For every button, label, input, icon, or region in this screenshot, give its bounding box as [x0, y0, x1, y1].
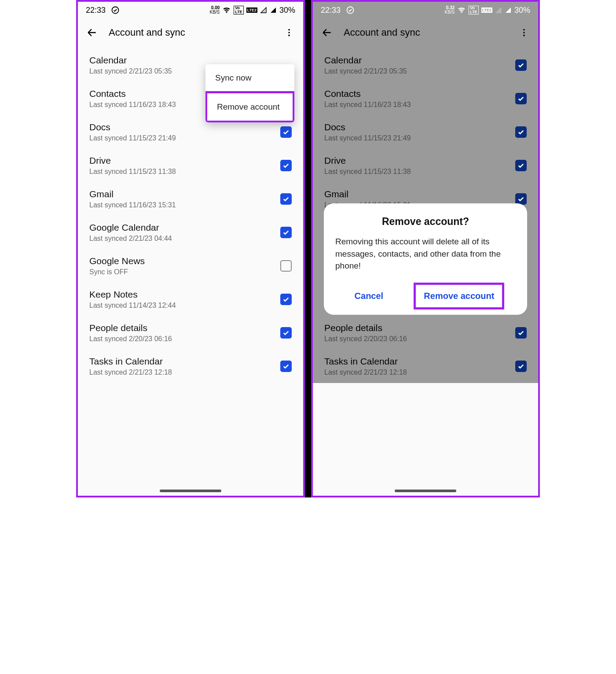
status-bar: 22:33 0.00KB/S VoLTE LTE2 30% — [78, 2, 303, 18]
status-battery: 30% — [514, 6, 530, 15]
remove-account-dialog: Remove account? Removing this account wi… — [324, 203, 527, 315]
checkmark-circle-icon — [346, 6, 355, 15]
sync-item[interactable]: Google NewsSync is OFF — [78, 249, 303, 283]
phone-left: 22:33 0.00KB/S VoLTE LTE2 30% Account an… — [76, 0, 305, 497]
nav-handle[interactable] — [395, 490, 456, 492]
lte-icon: LTE2 — [246, 7, 257, 13]
sync-item[interactable]: People detailsLast synced 2/20/23 06:16 — [78, 316, 303, 350]
status-net: 0.00KB/S — [209, 6, 220, 15]
sync-item[interactable]: CalendarLast synced 2/21/23 05:35 — [313, 48, 538, 82]
dialog-body: Removing this account will delete all of… — [335, 236, 516, 272]
sync-item-title: Docs — [324, 122, 515, 133]
sync-item-title: People details — [324, 323, 515, 333]
status-battery: 30% — [279, 6, 295, 15]
sync-item-subtitle: Last synced 2/21/23 12:18 — [324, 368, 515, 376]
sync-item-title: Gmail — [324, 189, 515, 199]
sync-item[interactable]: People detailsLast synced 2/20/23 06:16 — [313, 316, 538, 350]
sync-item[interactable]: ContactsLast synced 11/16/23 18:43 — [313, 82, 538, 115]
sync-item[interactable]: Tasks in CalendarLast synced 2/21/23 12:… — [78, 350, 303, 383]
sync-checkbox[interactable] — [280, 227, 292, 238]
nav-handle[interactable] — [160, 490, 221, 492]
sync-item-subtitle: Last synced 2/21/23 12:18 — [89, 368, 280, 376]
overflow-popup: Sync now Remove account — [205, 64, 294, 122]
sync-item-subtitle: Sync is OFF — [89, 268, 280, 276]
svg-point-5 — [523, 29, 525, 31]
dialog-cancel-button[interactable]: Cancel — [347, 285, 392, 307]
sync-item-title: Contacts — [324, 88, 515, 99]
sync-checkbox[interactable] — [280, 193, 292, 205]
signal-icon — [260, 7, 267, 14]
sync-item-title: Google News — [89, 256, 280, 266]
sync-item-title: Keep Notes — [89, 289, 280, 300]
lte-icon: LTE2 — [481, 7, 492, 13]
volte-icon: VoLTE — [234, 6, 243, 15]
sync-item-subtitle: Last synced 11/14/23 12:44 — [89, 302, 280, 309]
sync-checkbox[interactable] — [515, 93, 527, 104]
sync-checkbox[interactable] — [515, 126, 527, 138]
sync-checkbox[interactable] — [280, 160, 292, 171]
sync-item-subtitle: Last synced 11/15/23 11:38 — [324, 168, 515, 176]
sync-item-subtitle: Last synced 11/15/23 11:38 — [89, 168, 280, 176]
sync-checkbox[interactable] — [280, 294, 292, 305]
sync-item-subtitle: Last synced 2/21/23 04:44 — [89, 235, 280, 243]
sync-checkbox[interactable] — [280, 260, 292, 272]
svg-point-6 — [523, 32, 525, 33]
phone-right: 22:33 0.32KB/S VoLTE LTE2 30% Account an… — [311, 0, 540, 497]
sync-checkbox[interactable] — [515, 327, 527, 339]
status-time: 22:33 — [86, 6, 106, 15]
sync-item-subtitle: Last synced 2/21/23 05:35 — [324, 67, 515, 75]
menu-remove-account[interactable]: Remove account — [205, 91, 294, 122]
app-bar: Account and sync — [313, 18, 538, 47]
sync-item-title: Drive — [324, 155, 515, 166]
volte-icon: VoLTE — [469, 6, 478, 15]
menu-sync-now[interactable]: Sync now — [205, 64, 294, 92]
sync-item-title: Docs — [89, 122, 280, 133]
sync-item[interactable]: Tasks in CalendarLast synced 2/21/23 12:… — [313, 350, 538, 383]
sync-item[interactable]: DriveLast synced 11/15/23 11:38 — [78, 149, 303, 182]
signal-icon — [505, 7, 512, 14]
overflow-menu-button[interactable] — [517, 28, 531, 37]
page-title: Account and sync — [109, 27, 272, 38]
sync-item-subtitle: Last synced 11/16/23 15:31 — [89, 201, 280, 209]
status-bar: 22:33 0.32KB/S VoLTE LTE2 30% — [313, 2, 538, 18]
sync-item-subtitle: Last synced 2/20/23 06:16 — [324, 335, 515, 343]
sync-item-title: People details — [89, 323, 280, 333]
sync-item-title: Tasks in Calendar — [89, 356, 280, 367]
status-net: 0.32KB/S — [444, 6, 455, 15]
sync-item-subtitle: Last synced 11/16/23 18:43 — [324, 101, 515, 109]
app-bar: Account and sync — [78, 18, 303, 47]
sync-item-title: Tasks in Calendar — [324, 356, 515, 367]
signal-icon — [270, 7, 277, 14]
sync-item-subtitle: Last synced 11/15/23 21:49 — [89, 134, 280, 142]
signal-icon — [495, 7, 502, 14]
back-button[interactable] — [320, 27, 334, 38]
sync-checkbox[interactable] — [515, 160, 527, 171]
svg-point-7 — [523, 35, 525, 37]
sync-item-subtitle: Last synced 11/15/23 21:49 — [324, 134, 515, 142]
wifi-icon — [457, 6, 466, 15]
checkmark-circle-icon — [111, 6, 120, 15]
back-button[interactable] — [85, 27, 99, 38]
sync-item[interactable]: Keep NotesLast synced 11/14/23 12:44 — [78, 283, 303, 316]
overflow-menu-button[interactable] — [282, 28, 296, 37]
sync-checkbox[interactable] — [280, 126, 292, 138]
sync-item-title: Drive — [89, 155, 280, 166]
sync-checkbox[interactable] — [280, 327, 292, 339]
dialog-confirm-button[interactable]: Remove account — [414, 283, 504, 309]
sync-checkbox[interactable] — [515, 59, 527, 71]
status-time: 22:33 — [321, 6, 341, 15]
svg-point-1 — [288, 29, 290, 31]
sync-item[interactable]: DriveLast synced 11/15/23 11:38 — [313, 149, 538, 182]
sync-item[interactable]: DocsLast synced 11/15/23 21:49 — [313, 115, 538, 149]
sync-item-subtitle: Last synced 2/20/23 06:16 — [89, 335, 280, 343]
sync-item[interactable]: GmailLast synced 11/16/23 15:31 — [78, 182, 303, 216]
page-title: Account and sync — [344, 27, 507, 38]
dialog-title: Remove account? — [335, 216, 516, 228]
svg-point-2 — [288, 32, 290, 33]
sync-checkbox[interactable] — [280, 361, 292, 372]
sync-item-title: Calendar — [324, 55, 515, 66]
sync-item[interactable]: Google CalendarLast synced 2/21/23 04:44 — [78, 216, 303, 249]
sync-item-title: Gmail — [89, 189, 280, 199]
sync-checkbox[interactable] — [515, 361, 527, 372]
sync-item-title: Google Calendar — [89, 222, 280, 233]
